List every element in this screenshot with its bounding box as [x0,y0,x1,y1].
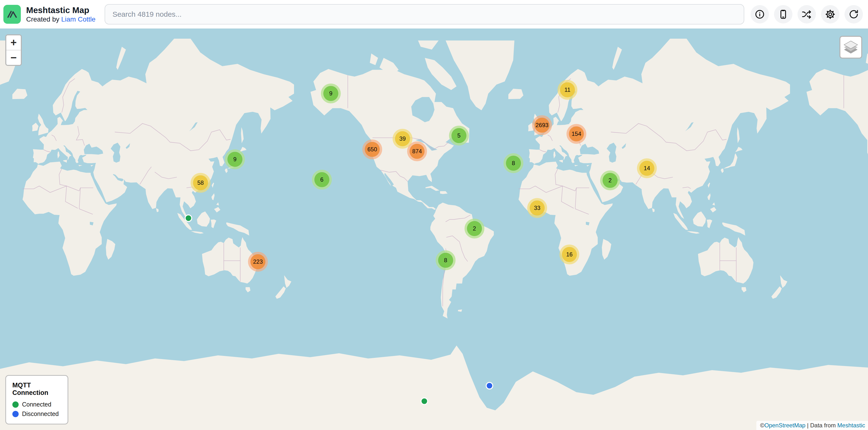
cluster-marker[interactable]: 5 [449,126,469,145]
cluster-count: 223 [250,254,266,269]
cluster-marker[interactable]: 2693 [532,115,552,135]
cluster-count: 650 [365,142,380,157]
node-marker-connected[interactable] [185,214,192,222]
refresh-button[interactable] [844,5,863,24]
brand-block: Meshtastic Map Created by Liam Cottle [26,5,95,23]
cluster-marker[interactable]: 2 [600,170,620,190]
author-link[interactable]: Liam Cottle [61,15,96,23]
attribution-separator: | Data from [806,422,837,429]
refresh-icon [848,9,859,20]
cluster-count: 154 [569,126,584,141]
map-attribution: © OpenStreetMap | Data from Meshtastic [756,421,868,430]
settings-button[interactable] [821,5,839,24]
cluster-count: 8 [506,156,521,171]
cluster-count: 9 [227,152,242,167]
meshtastic-logo-icon [6,8,18,20]
map-canvas[interactable]: 939650874511269315482149586332822316 + −… [0,29,868,430]
cluster-count: 6 [314,172,330,187]
app-header: Meshtastic Map Created by Liam Cottle [0,0,868,29]
cluster-count: 58 [193,175,208,190]
cluster-marker[interactable]: 9 [321,84,341,103]
meshtastic-logo[interactable] [3,5,21,24]
settings-icon [825,9,835,20]
mqtt-legend: MQTT Connection Connected Disconnected [5,375,68,424]
cluster-count: 33 [530,200,545,216]
node-marker-disconnected[interactable] [486,382,493,390]
zoom-in-button[interactable]: + [6,35,21,50]
openstreetmap-link[interactable]: OpenStreetMap [764,422,805,429]
node-marker-connected[interactable] [421,398,428,405]
cluster-count: 16 [562,247,577,262]
info-icon [755,9,765,20]
disconnected-dot [12,411,19,417]
layers-icon [843,40,859,54]
cluster-marker[interactable]: 8 [503,153,523,173]
cluster-marker[interactable]: 6 [312,170,332,190]
cluster-marker[interactable]: 650 [362,139,382,159]
cluster-marker[interactable]: 154 [566,124,586,144]
cluster-count: 2693 [534,118,550,133]
cluster-marker[interactable]: 33 [527,198,547,218]
legend-item-connected: Connected [12,401,61,408]
meshtastic-link[interactable]: Meshtastic [837,422,865,429]
cluster-count: 5 [452,128,466,143]
cluster-marker[interactable]: 874 [407,141,427,161]
app-title: Meshtastic Map [26,5,95,15]
app-subtitle: Created by Liam Cottle [26,15,95,23]
smartphone-icon [778,9,788,20]
cluster-marker[interactable]: 16 [559,244,579,264]
connected-dot [12,401,19,408]
subtitle-prefix: Created by [26,15,61,23]
cluster-marker[interactable]: 9 [225,150,245,169]
shuffle-button[interactable] [798,5,816,24]
layers-control[interactable] [839,36,862,59]
cluster-count: 9 [323,86,338,101]
cluster-count: 2 [602,173,618,188]
cluster-count: 39 [395,131,410,146]
zoom-control: + − [5,34,22,66]
cluster-count: 8 [438,253,453,268]
copyright-symbol: © [760,422,765,429]
cluster-count: 14 [640,161,654,176]
cluster-marker[interactable]: 223 [248,252,268,272]
zoom-out-button[interactable]: − [6,51,21,65]
cluster-marker[interactable]: 8 [436,250,456,270]
legend-label: Connected [22,401,51,408]
cluster-marker[interactable]: 58 [191,173,211,193]
legend-item-disconnected: Disconnected [12,410,61,418]
cluster-count: 874 [409,144,425,159]
shuffle-icon [802,9,812,20]
cluster-marker[interactable]: 14 [637,158,657,178]
marker-layer: 939650874511269315482149586332822316 [0,0,868,430]
legend-label: Disconnected [22,410,59,418]
cluster-count: 2 [467,221,482,236]
mobile-app-button[interactable] [774,5,793,24]
cluster-count: 11 [560,82,575,97]
legend-title: MQTT Connection [12,382,61,397]
cluster-marker[interactable]: 2 [465,219,485,238]
cluster-marker[interactable]: 11 [558,80,578,100]
info-button[interactable] [750,5,769,24]
search-input[interactable] [104,4,744,25]
